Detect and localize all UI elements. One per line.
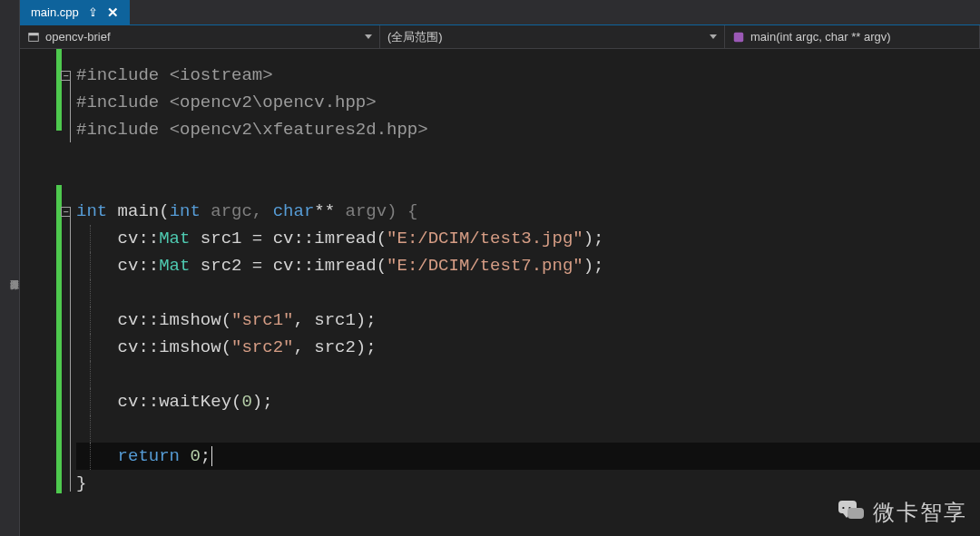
code-line[interactable] <box>76 361 980 388</box>
close-icon[interactable]: ✕ <box>107 5 119 21</box>
code-line[interactable]: cv::imshow("src1", src1); <box>76 307 980 334</box>
text-caret <box>211 446 212 466</box>
wechat-icon: • • <box>838 501 866 524</box>
code-line[interactable]: cv::Mat src1 = cv::imread("E:/DCIM/test3… <box>76 225 980 252</box>
project-selector[interactable]: opencv-brief <box>20 25 380 48</box>
project-icon <box>27 31 40 44</box>
code-line[interactable]: cv::Mat src2 = cv::imread("E:/DCIM/test7… <box>76 252 980 279</box>
function-icon <box>732 31 745 44</box>
symbol-selector[interactable]: main(int argc, char ** argv) <box>725 25 980 48</box>
watermark: • • 微卡智享 <box>838 498 967 527</box>
chevron-down-icon <box>710 34 717 39</box>
svg-rect-1 <box>29 33 39 35</box>
navigation-bar: opencv-brief (全局范围) main(int argc, char … <box>20 25 980 49</box>
code-line[interactable]: #include <iostream> <box>76 62 980 89</box>
code-line[interactable] <box>76 143 980 171</box>
fold-toggle[interactable]: − <box>61 71 71 81</box>
fold-toggle[interactable]: − <box>61 207 71 217</box>
document-tabs: main.cpp ⇪ ✕ <box>20 0 980 25</box>
chevron-down-icon <box>365 34 372 39</box>
side-panel-tabs[interactable]: 服务器资源管理器 工具箱 <box>0 0 20 536</box>
scope-label: (全局范围) <box>387 29 443 45</box>
scope-selector[interactable]: (全局范围) <box>380 25 725 48</box>
code-line[interactable]: return 0; <box>76 443 980 470</box>
code-line[interactable] <box>76 171 980 198</box>
code-line[interactable]: cv::waitKey(0); <box>76 388 980 415</box>
gutter: − − <box>20 62 76 536</box>
tab-main-cpp[interactable]: main.cpp ⇪ ✕ <box>20 0 130 24</box>
svg-rect-2 <box>734 32 744 42</box>
code-line[interactable] <box>76 279 980 307</box>
project-name: opencv-brief <box>45 30 111 44</box>
code-line[interactable]: int main(int argc, char** argv) { <box>76 198 980 225</box>
watermark-text: 微卡智享 <box>873 498 967 527</box>
pin-icon[interactable]: ⇪ <box>88 5 98 19</box>
code-line[interactable]: #include <opencv2\xfeatures2d.hpp> <box>76 116 980 143</box>
tab-label: main.cpp <box>31 5 79 19</box>
code-editor[interactable]: − − #include <iostream> #include <o <box>20 49 980 536</box>
code-line[interactable]: cv::imshow("src2", src2); <box>76 334 980 361</box>
symbol-label: main(int argc, char ** argv) <box>750 30 891 44</box>
code-line[interactable]: } <box>76 470 980 497</box>
code-line[interactable] <box>76 415 980 443</box>
code-line[interactable]: #include <opencv2\opencv.hpp> <box>76 89 980 116</box>
code-content[interactable]: #include <iostream> #include <opencv2\op… <box>76 62 980 536</box>
